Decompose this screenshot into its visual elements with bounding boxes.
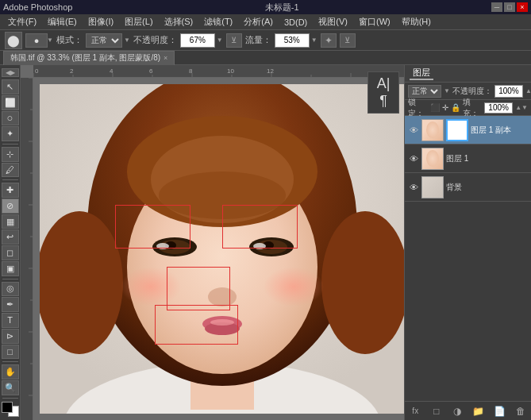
flow-input[interactable] <box>275 33 310 48</box>
svg-point-41 <box>121 267 181 306</box>
layers-opacity-input[interactable] <box>494 85 523 98</box>
toolbar-arrow-btn[interactable]: ◀▶ <box>2 68 19 77</box>
blend-mode-select[interactable]: 正常 <box>408 85 441 98</box>
svg-text:0: 0 <box>35 67 39 75</box>
title-bar: Adobe Photoshop 未标题-1 ─ □ × <box>0 0 531 14</box>
menu-select[interactable]: 选择(S) <box>160 14 198 29</box>
char-panel-A: A| <box>371 75 395 93</box>
move-tool-btn[interactable]: ↖ <box>2 79 19 94</box>
menu-view[interactable]: 视图(V) <box>314 14 352 29</box>
menu-layer[interactable]: 图层(L) <box>120 14 157 29</box>
airbrush-btn[interactable]: ✦ <box>321 33 337 48</box>
workspace: ◀▶ ↖ ⬜ ○ ✦ ⊹ 🖊 ✚ ⊘ ▦ ↩ ◻ ▣ ◎ ✒ T ⊳ □ ✋ 🔍 <box>0 65 531 420</box>
fill-input[interactable] <box>484 102 513 114</box>
menu-filter[interactable]: 滤镜(T) <box>199 14 237 29</box>
layers-tab[interactable]: 图层 <box>410 67 433 80</box>
layer-adjustment-btn[interactable]: ◑ <box>450 404 464 418</box>
stamp-tool-btn[interactable]: ▦ <box>2 214 19 229</box>
eyedropper-btn[interactable]: 🖊 <box>2 163 19 178</box>
svg-text:2: 2 <box>70 67 74 75</box>
window-title: 未标题-1 <box>72 2 491 13</box>
svg-point-51 <box>208 287 237 306</box>
portrait <box>40 84 404 414</box>
layer-thumb-bg <box>421 176 444 198</box>
menu-file[interactable]: 文件(F) <box>3 14 41 29</box>
layer-group-btn[interactable]: 📁 <box>471 404 486 418</box>
pressure-flow-btn[interactable]: ⊻ <box>340 33 356 48</box>
close-btn[interactable]: × <box>517 2 528 12</box>
spot-heal-btn[interactable]: ✚ <box>2 183 19 198</box>
menu-analysis[interactable]: 分析(A) <box>239 14 278 29</box>
lock-move-icon[interactable]: ✛ <box>442 103 448 112</box>
tool-options-icon: ⬤ <box>5 32 22 49</box>
lock-all-icon[interactable]: 🔒 <box>451 103 460 112</box>
hand-tool-btn[interactable]: ✋ <box>2 364 19 380</box>
brush-dropdown-arrow[interactable]: ▼ <box>47 37 53 44</box>
svg-text:6: 6 <box>149 67 153 75</box>
gradient-tool-btn[interactable]: ▣ <box>2 261 19 276</box>
svg-point-42 <box>264 267 324 306</box>
opacity-input[interactable] <box>180 33 215 48</box>
pressure-opacity-btn[interactable]: ⊻ <box>226 33 242 48</box>
document-tab[interactable]: 韩国.tif @ 33.3% (图层 1 副本, 图层蒙版/8) × <box>3 51 175 65</box>
menu-image[interactable]: 图像(I) <box>83 14 118 29</box>
horizontal-ruler: 0 2 4 6 8 10 12 <box>33 65 404 78</box>
eraser-tool-btn[interactable]: ◻ <box>2 245 19 260</box>
image-canvas <box>40 84 404 414</box>
options-bar: ⬤ ● ▼ 模式： 正常 ▼ 不透明度： ▼ ⊻ 流量： ▼ ✦ ⊻ <box>0 30 531 51</box>
layer-visibility-eye-1[interactable]: 👁 <box>408 153 419 164</box>
crop-tool-btn[interactable]: ⊹ <box>2 147 19 162</box>
layer-mask-btn[interactable]: □ <box>429 404 444 418</box>
menu-edit[interactable]: 编辑(E) <box>43 14 82 29</box>
flow-label: 流量： <box>245 34 271 46</box>
canvas-area[interactable]: 0 2 4 6 8 10 12 <box>21 65 404 420</box>
flow-dropdown-arrow: ▼ <box>311 37 317 44</box>
foreground-color-btn[interactable] <box>2 402 13 413</box>
history-brush-btn[interactable]: ↩ <box>2 229 19 245</box>
layers-lock-bar: 锁定： ⬛ ✛ 🔒 填充： ▲▼ <box>405 100 531 116</box>
menu-window[interactable]: 窗口(W) <box>354 14 395 29</box>
svg-text:12: 12 <box>267 67 274 75</box>
layer-visibility-eye[interactable]: 👁 <box>408 125 419 136</box>
svg-rect-0 <box>33 65 404 78</box>
brush-picker-btn[interactable]: ● ▼ <box>25 33 53 48</box>
mode-select[interactable]: 正常 <box>86 33 122 48</box>
brush-tool-btn[interactable]: ⊘ <box>2 198 19 214</box>
layer-item-1[interactable]: 👁 图层 1 <box>405 144 531 173</box>
menu-help[interactable]: 帮助(H) <box>397 14 436 29</box>
tab-close-btn[interactable]: × <box>164 54 167 62</box>
menu-3d[interactable]: 3D(D) <box>279 16 312 29</box>
lock-pixel-icon[interactable]: ⬛ <box>430 103 440 112</box>
layers-footer: fx □ ◑ 📁 📄 🗑 <box>405 401 531 420</box>
float-panel: A| ¶ <box>367 71 399 114</box>
layer-visibility-eye-bg[interactable]: 👁 <box>408 182 419 193</box>
text-tool-btn[interactable]: T <box>2 313 19 328</box>
layers-list: 👁 图层 1 副本 👁 图层 1 👁 <box>405 116 531 401</box>
pen-tool-btn[interactable]: ✒ <box>2 297 19 312</box>
maximize-btn[interactable]: □ <box>504 2 515 12</box>
delete-layer-btn[interactable]: 🗑 <box>514 404 528 418</box>
lasso-tool-btn[interactable]: ○ <box>2 111 19 126</box>
color-swatch-area <box>2 402 19 416</box>
shape-tool-btn[interactable]: □ <box>2 345 19 360</box>
layer-item-copy[interactable]: 👁 图层 1 副本 <box>405 116 531 144</box>
new-layer-btn[interactable]: 📄 <box>492 404 506 418</box>
layer-thumb-1 <box>421 148 444 170</box>
minimize-btn[interactable]: ─ <box>491 2 502 12</box>
path-select-btn[interactable]: ⊳ <box>2 329 19 344</box>
magic-wand-btn[interactable]: ✦ <box>2 126 19 141</box>
tab-label: 韩国.tif @ 33.3% (图层 1 副本, 图层蒙版/8) <box>10 52 160 64</box>
dodge-tool-btn[interactable]: ◎ <box>2 282 19 297</box>
fill-spin: ▲▼ <box>515 104 528 111</box>
marquee-tool-btn[interactable]: ⬜ <box>2 95 19 110</box>
mode-label: 模式： <box>56 34 83 46</box>
svg-text:0: 0 <box>21 98 21 101</box>
zoom-tool-btn[interactable]: 🔍 <box>2 380 19 395</box>
layer-fx-btn[interactable]: fx <box>408 404 422 418</box>
layers-opacity-spin: ▲▼ <box>525 87 531 94</box>
svg-text:4: 4 <box>110 67 114 75</box>
layer-mask-copy[interactable] <box>446 119 468 141</box>
layer-item-bg[interactable]: 👁 背景 <box>405 173 531 202</box>
svg-point-50 <box>253 243 266 249</box>
svg-point-35 <box>40 211 123 354</box>
